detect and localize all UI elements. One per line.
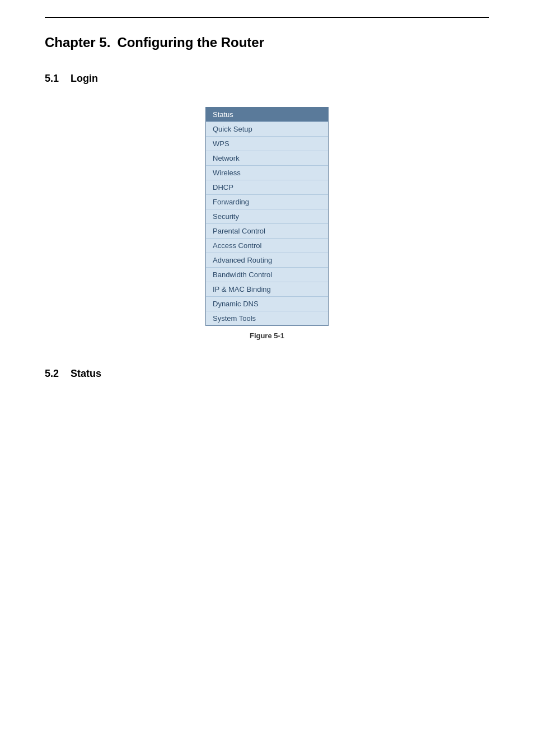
section-1-title: Login: [71, 73, 98, 84]
nav-item[interactable]: Security: [206, 209, 328, 224]
nav-item[interactable]: DHCP: [206, 180, 328, 195]
nav-item[interactable]: Parental Control: [206, 224, 328, 239]
top-border: [45, 17, 489, 18]
chapter-number: Chapter 5.: [45, 35, 110, 50]
figure-container: StatusQuick SetupWPSNetworkWirelessDHCPF…: [45, 107, 489, 340]
nav-item[interactable]: Quick Setup: [206, 122, 328, 137]
chapter-title: Configuring the Router: [117, 35, 264, 50]
nav-item[interactable]: Advanced Routing: [206, 253, 328, 268]
page-container: Chapter 5. Configuring the Router 5.1 Lo…: [0, 0, 534, 402]
chapter-heading: Chapter 5. Configuring the Router: [45, 35, 489, 50]
nav-item[interactable]: Wireless: [206, 166, 328, 180]
nav-item[interactable]: Dynamic DNS: [206, 297, 328, 311]
section-1-number: 5.1: [45, 73, 59, 84]
section-2-title: Status: [71, 368, 101, 379]
nav-item[interactable]: Forwarding: [206, 195, 328, 209]
nav-item[interactable]: System Tools: [206, 311, 328, 325]
section-1-heading: 5.1 Login: [45, 73, 489, 85]
nav-item[interactable]: Bandwidth Control: [206, 268, 328, 282]
section-2-number: 5.2: [45, 368, 59, 379]
navigation-menu: StatusQuick SetupWPSNetworkWirelessDHCPF…: [205, 107, 329, 326]
nav-item[interactable]: IP & MAC Binding: [206, 282, 328, 297]
nav-item[interactable]: Network: [206, 151, 328, 166]
figure-caption: Figure 5-1: [250, 332, 284, 340]
nav-item[interactable]: Status: [206, 108, 328, 122]
nav-item[interactable]: WPS: [206, 137, 328, 151]
nav-item[interactable]: Access Control: [206, 239, 328, 253]
section-2-heading: 5.2 Status: [45, 368, 489, 380]
